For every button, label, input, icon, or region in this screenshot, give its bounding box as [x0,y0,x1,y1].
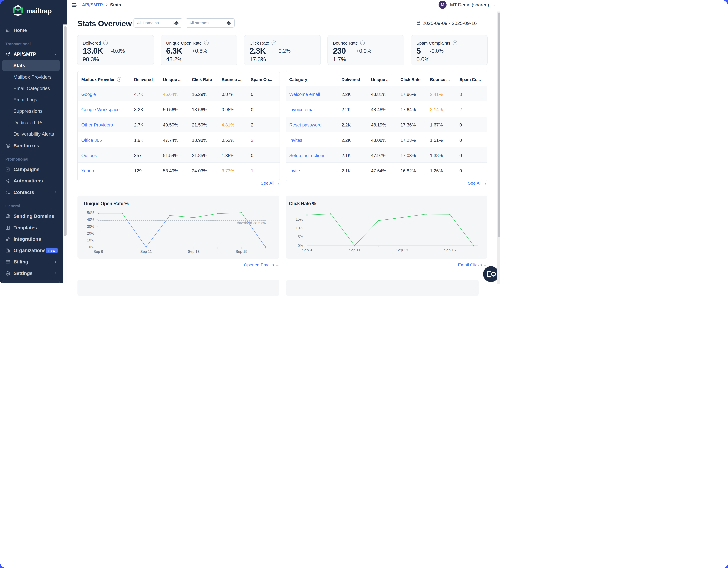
svg-text:Sep 11: Sep 11 [349,248,360,252]
svg-text:5%: 5% [298,235,303,239]
svg-text:0%: 0% [89,245,94,249]
svg-text:Sep 15: Sep 15 [236,249,247,253]
svg-text:Sep 9: Sep 9 [93,249,103,253]
svg-text:Sep 15: Sep 15 [444,248,456,252]
svg-text:20%: 20% [87,231,94,235]
svg-text:10%: 10% [87,238,94,242]
svg-text:30%: 30% [87,224,94,228]
svg-text:Sep 13: Sep 13 [396,248,408,252]
svg-text:15%: 15% [296,217,303,221]
svg-text:0%: 0% [298,243,303,247]
svg-text:10%: 10% [296,226,303,230]
svg-text:50%: 50% [87,211,94,215]
svg-text:Sep 11: Sep 11 [140,249,152,253]
svg-text:Sep 13: Sep 13 [188,249,200,253]
svg-text:40%: 40% [87,217,94,222]
svg-text:threshold 38.57%: threshold 38.57% [237,221,266,225]
svg-text:Sep 9: Sep 9 [302,248,312,252]
